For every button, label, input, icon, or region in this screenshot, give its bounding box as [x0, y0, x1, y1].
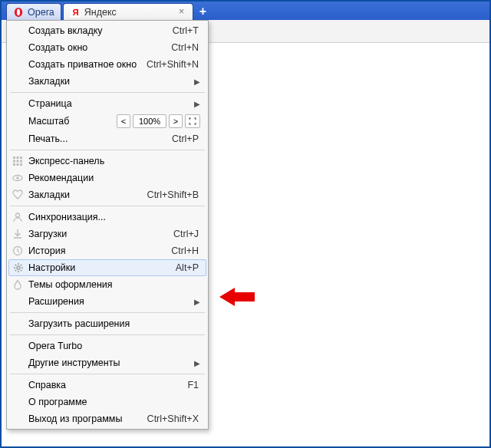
menu-label: Закладки	[28, 189, 141, 200]
menu-shortcut: Ctrl+Shift+B	[147, 189, 199, 200]
svg-line-24	[21, 265, 21, 265]
menu-shortcut: Alt+P	[176, 262, 199, 273]
svg-point-15	[16, 213, 20, 217]
menu-label: Загрузки	[28, 229, 167, 239]
menu-label: Синхронизация...	[28, 212, 199, 222]
download-icon	[12, 228, 24, 240]
menu-label: Загрузить расширения	[28, 318, 199, 329]
opera-icon	[13, 7, 24, 18]
svg-line-22	[15, 265, 16, 265]
menu-extensions-sub[interactable]: Расширения ▶	[8, 293, 206, 310]
menu-label: Рекомендации	[28, 173, 199, 183]
menu-downloads[interactable]: Загрузки Ctrl+J	[8, 226, 206, 242]
drop-icon	[12, 278, 24, 291]
chevron-right-icon: ▶	[194, 77, 200, 86]
opera-main-menu: Создать вкладку Ctrl+T Создать окно Ctrl…	[6, 20, 209, 430]
chevron-right-icon: ▶	[194, 298, 200, 306]
zoom-in-button[interactable]: >	[169, 114, 183, 128]
menu-separator	[10, 312, 205, 313]
opera-tab-label: Opera	[28, 7, 54, 18]
menu-shortcut: Ctrl+N	[171, 42, 199, 53]
gear-icon	[12, 262, 25, 274]
zoom-fullscreen-button[interactable]	[185, 114, 200, 128]
new-tab-button[interactable]: +	[195, 5, 211, 20]
svg-line-23	[21, 270, 21, 271]
grid-icon	[12, 155, 24, 167]
svg-marker-26	[219, 288, 255, 306]
heart-icon	[12, 189, 24, 201]
menu-label: Расширения	[28, 296, 199, 307]
svg-rect-10	[13, 163, 15, 166]
eye-icon	[12, 172, 24, 184]
menu-shortcut: Ctrl+H	[171, 245, 199, 256]
menu-shortcut: Ctrl+T	[173, 25, 199, 36]
svg-rect-5	[17, 156, 19, 159]
menu-label: Страница	[28, 98, 199, 109]
menu-shortcut: Ctrl+Shift+X	[147, 413, 199, 424]
menu-separator	[10, 150, 205, 150]
tab-strip: Opera Я Яндекс × +	[2, 2, 489, 20]
menu-zoom: Масштаб < 100% >	[8, 112, 206, 130]
menu-label: Экспресс-панель	[28, 156, 199, 166]
menu-separator	[10, 334, 205, 335]
close-icon[interactable]: ×	[179, 8, 188, 17]
menu-new-tab[interactable]: Создать вкладку Ctrl+T	[8, 22, 206, 39]
menu-print[interactable]: Печать... Ctrl+P	[8, 130, 206, 147]
zoom-out-button[interactable]: <	[117, 114, 130, 128]
menu-shortcut: Ctrl+Shift+N	[147, 59, 199, 70]
menu-about[interactable]: О программе	[8, 394, 206, 410]
menu-help[interactable]: Справка F1	[8, 377, 206, 394]
menu-bookmarks-sub[interactable]: Закладки ▶	[8, 73, 206, 90]
svg-text:Я: Я	[72, 8, 78, 17]
menu-shortcut: F1	[187, 380, 199, 390]
chevron-right-icon: ▶	[194, 359, 200, 367]
menu-exit[interactable]: Выход из программы Ctrl+Shift+X	[8, 410, 206, 427]
menu-separator	[10, 206, 205, 206]
menu-label: Справка	[28, 380, 181, 390]
menu-get-extensions[interactable]: Загрузить расширения	[8, 315, 206, 332]
menu-settings[interactable]: Настройки Alt+P	[8, 259, 206, 276]
menu-label: Печать...	[28, 133, 166, 144]
menu-page-sub[interactable]: Страница ▶	[8, 95, 206, 112]
site-tab[interactable]: Я Яндекс ×	[63, 3, 193, 20]
menu-label: Opera Turbo	[28, 341, 199, 351]
svg-point-1	[17, 8, 20, 15]
svg-point-17	[17, 266, 20, 269]
svg-rect-8	[17, 160, 19, 163]
menu-label: Темы оформления	[28, 279, 199, 290]
menu-bookmarks[interactable]: Закладки Ctrl+Shift+B	[8, 186, 206, 203]
svg-rect-11	[17, 163, 19, 166]
menu-label: Закладки	[28, 76, 199, 87]
menu-label: Выход из программы	[28, 413, 141, 424]
menu-label: История	[28, 245, 165, 256]
site-tab-label: Яндекс	[84, 7, 117, 18]
menu-shortcut: Ctrl+P	[172, 133, 199, 144]
svg-rect-6	[20, 156, 22, 159]
user-icon	[12, 211, 24, 223]
zoom-label: Масштаб	[28, 116, 117, 127]
menu-history[interactable]: История Ctrl+H	[8, 242, 206, 259]
svg-line-25	[15, 270, 16, 271]
menu-new-private[interactable]: Создать приватное окно Ctrl+Shift+N	[8, 56, 206, 73]
svg-rect-4	[13, 156, 15, 159]
menu-label: Создать приватное окно	[28, 59, 140, 70]
zoom-controls: < 100% >	[117, 114, 200, 128]
menu-new-window[interactable]: Создать окно Ctrl+N	[8, 39, 206, 56]
menu-other-tools[interactable]: Другие инструменты ▶	[8, 354, 206, 371]
menu-label: Создать вкладку	[28, 25, 166, 36]
svg-rect-7	[13, 160, 15, 163]
menu-sync[interactable]: Синхронизация...	[8, 209, 206, 226]
menu-separator	[10, 374, 205, 374]
menu-shortcut: Ctrl+J	[173, 229, 199, 239]
chevron-right-icon: ▶	[194, 100, 200, 108]
menu-label: Другие инструменты	[28, 357, 199, 368]
menu-opera-turbo[interactable]: Opera Turbo	[8, 338, 206, 354]
menu-label: Настройки	[28, 262, 170, 273]
menu-themes[interactable]: Темы оформления	[8, 276, 206, 293]
opera-menu-tab[interactable]: Opera	[6, 3, 61, 20]
svg-rect-9	[20, 160, 22, 163]
svg-rect-12	[20, 163, 22, 166]
menu-recommendations[interactable]: Рекомендации	[8, 170, 206, 186]
menu-speed-dial[interactable]: Экспресс-панель	[8, 153, 206, 170]
menu-separator	[10, 92, 205, 93]
